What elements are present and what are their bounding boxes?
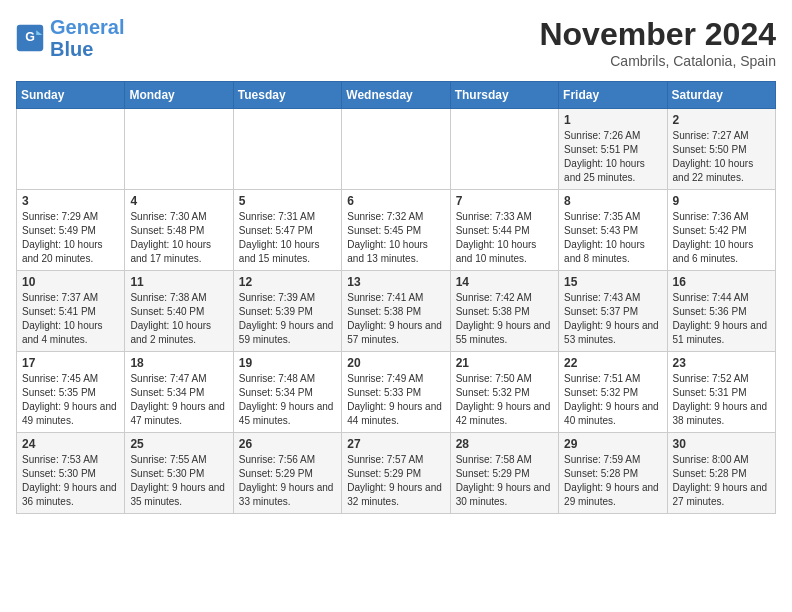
calendar-day-cell: 7Sunrise: 7:33 AM Sunset: 5:44 PM Daylig… [450,190,558,271]
day-number: 22 [564,356,661,370]
title-block: November 2024 Cambrils, Catalonia, Spain [539,16,776,69]
day-info: Sunrise: 7:59 AM Sunset: 5:28 PM Dayligh… [564,453,661,509]
calendar-day-cell: 29Sunrise: 7:59 AM Sunset: 5:28 PM Dayli… [559,433,667,514]
day-number: 26 [239,437,336,451]
logo: G General Blue [16,16,124,60]
day-info: Sunrise: 7:41 AM Sunset: 5:38 PM Dayligh… [347,291,444,347]
day-number: 18 [130,356,227,370]
day-number: 11 [130,275,227,289]
day-number: 20 [347,356,444,370]
day-number: 13 [347,275,444,289]
calendar-day-cell: 19Sunrise: 7:48 AM Sunset: 5:34 PM Dayli… [233,352,341,433]
day-of-week-header: Wednesday [342,82,450,109]
calendar-day-cell: 27Sunrise: 7:57 AM Sunset: 5:29 PM Dayli… [342,433,450,514]
calendar-day-cell: 18Sunrise: 7:47 AM Sunset: 5:34 PM Dayli… [125,352,233,433]
day-number: 14 [456,275,553,289]
calendar-day-cell: 23Sunrise: 7:52 AM Sunset: 5:31 PM Dayli… [667,352,775,433]
day-info: Sunrise: 7:53 AM Sunset: 5:30 PM Dayligh… [22,453,119,509]
day-number: 29 [564,437,661,451]
day-of-week-header: Sunday [17,82,125,109]
calendar-day-cell: 16Sunrise: 7:44 AM Sunset: 5:36 PM Dayli… [667,271,775,352]
day-number: 6 [347,194,444,208]
day-number: 27 [347,437,444,451]
location: Cambrils, Catalonia, Spain [539,53,776,69]
day-info: Sunrise: 7:37 AM Sunset: 5:41 PM Dayligh… [22,291,119,347]
calendar-week-row: 10Sunrise: 7:37 AM Sunset: 5:41 PM Dayli… [17,271,776,352]
calendar-table: SundayMondayTuesdayWednesdayThursdayFrid… [16,81,776,514]
calendar-day-cell [233,109,341,190]
day-info: Sunrise: 7:35 AM Sunset: 5:43 PM Dayligh… [564,210,661,266]
calendar-day-cell: 5Sunrise: 7:31 AM Sunset: 5:47 PM Daylig… [233,190,341,271]
logo-text: General Blue [50,16,124,60]
day-info: Sunrise: 7:58 AM Sunset: 5:29 PM Dayligh… [456,453,553,509]
calendar-day-cell: 4Sunrise: 7:30 AM Sunset: 5:48 PM Daylig… [125,190,233,271]
day-number: 16 [673,275,770,289]
day-info: Sunrise: 7:31 AM Sunset: 5:47 PM Dayligh… [239,210,336,266]
logo-icon: G [16,24,44,52]
month-title: November 2024 [539,16,776,53]
calendar-day-cell: 30Sunrise: 8:00 AM Sunset: 5:28 PM Dayli… [667,433,775,514]
day-number: 28 [456,437,553,451]
logo-line2: Blue [50,38,93,60]
calendar-body: 1Sunrise: 7:26 AM Sunset: 5:51 PM Daylig… [17,109,776,514]
logo-line1: General [50,16,124,38]
day-number: 23 [673,356,770,370]
day-info: Sunrise: 7:49 AM Sunset: 5:33 PM Dayligh… [347,372,444,428]
day-number: 2 [673,113,770,127]
calendar-week-row: 24Sunrise: 7:53 AM Sunset: 5:30 PM Dayli… [17,433,776,514]
calendar-day-cell: 25Sunrise: 7:55 AM Sunset: 5:30 PM Dayli… [125,433,233,514]
day-number: 12 [239,275,336,289]
day-info: Sunrise: 7:56 AM Sunset: 5:29 PM Dayligh… [239,453,336,509]
day-info: Sunrise: 7:42 AM Sunset: 5:38 PM Dayligh… [456,291,553,347]
calendar-day-cell: 1Sunrise: 7:26 AM Sunset: 5:51 PM Daylig… [559,109,667,190]
calendar-day-cell [342,109,450,190]
calendar-day-cell: 26Sunrise: 7:56 AM Sunset: 5:29 PM Dayli… [233,433,341,514]
page-header: G General Blue November 2024 Cambrils, C… [16,16,776,69]
calendar-day-cell: 17Sunrise: 7:45 AM Sunset: 5:35 PM Dayli… [17,352,125,433]
day-info: Sunrise: 7:30 AM Sunset: 5:48 PM Dayligh… [130,210,227,266]
day-of-week-header: Tuesday [233,82,341,109]
calendar-day-cell: 8Sunrise: 7:35 AM Sunset: 5:43 PM Daylig… [559,190,667,271]
calendar-day-cell: 24Sunrise: 7:53 AM Sunset: 5:30 PM Dayli… [17,433,125,514]
day-number: 15 [564,275,661,289]
day-info: Sunrise: 7:33 AM Sunset: 5:44 PM Dayligh… [456,210,553,266]
calendar-week-row: 17Sunrise: 7:45 AM Sunset: 5:35 PM Dayli… [17,352,776,433]
calendar-day-cell: 10Sunrise: 7:37 AM Sunset: 5:41 PM Dayli… [17,271,125,352]
calendar-day-cell [450,109,558,190]
day-number: 8 [564,194,661,208]
day-info: Sunrise: 7:26 AM Sunset: 5:51 PM Dayligh… [564,129,661,185]
day-info: Sunrise: 7:43 AM Sunset: 5:37 PM Dayligh… [564,291,661,347]
calendar-day-cell: 14Sunrise: 7:42 AM Sunset: 5:38 PM Dayli… [450,271,558,352]
day-info: Sunrise: 7:39 AM Sunset: 5:39 PM Dayligh… [239,291,336,347]
day-number: 10 [22,275,119,289]
day-info: Sunrise: 7:36 AM Sunset: 5:42 PM Dayligh… [673,210,770,266]
day-info: Sunrise: 7:50 AM Sunset: 5:32 PM Dayligh… [456,372,553,428]
calendar-day-cell: 3Sunrise: 7:29 AM Sunset: 5:49 PM Daylig… [17,190,125,271]
day-info: Sunrise: 7:38 AM Sunset: 5:40 PM Dayligh… [130,291,227,347]
day-number: 30 [673,437,770,451]
day-info: Sunrise: 8:00 AM Sunset: 5:28 PM Dayligh… [673,453,770,509]
day-number: 24 [22,437,119,451]
day-info: Sunrise: 7:44 AM Sunset: 5:36 PM Dayligh… [673,291,770,347]
calendar-day-cell: 21Sunrise: 7:50 AM Sunset: 5:32 PM Dayli… [450,352,558,433]
day-number: 7 [456,194,553,208]
calendar-day-cell: 12Sunrise: 7:39 AM Sunset: 5:39 PM Dayli… [233,271,341,352]
calendar-day-cell: 9Sunrise: 7:36 AM Sunset: 5:42 PM Daylig… [667,190,775,271]
calendar-week-row: 3Sunrise: 7:29 AM Sunset: 5:49 PM Daylig… [17,190,776,271]
day-info: Sunrise: 7:55 AM Sunset: 5:30 PM Dayligh… [130,453,227,509]
day-info: Sunrise: 7:29 AM Sunset: 5:49 PM Dayligh… [22,210,119,266]
day-info: Sunrise: 7:45 AM Sunset: 5:35 PM Dayligh… [22,372,119,428]
calendar-day-cell: 13Sunrise: 7:41 AM Sunset: 5:38 PM Dayli… [342,271,450,352]
calendar-day-cell: 20Sunrise: 7:49 AM Sunset: 5:33 PM Dayli… [342,352,450,433]
day-info: Sunrise: 7:27 AM Sunset: 5:50 PM Dayligh… [673,129,770,185]
day-number: 19 [239,356,336,370]
calendar-day-cell: 6Sunrise: 7:32 AM Sunset: 5:45 PM Daylig… [342,190,450,271]
day-info: Sunrise: 7:52 AM Sunset: 5:31 PM Dayligh… [673,372,770,428]
day-of-week-header: Saturday [667,82,775,109]
calendar-day-cell [125,109,233,190]
calendar-day-cell: 2Sunrise: 7:27 AM Sunset: 5:50 PM Daylig… [667,109,775,190]
day-of-week-header: Thursday [450,82,558,109]
calendar-day-cell [17,109,125,190]
day-number: 25 [130,437,227,451]
day-number: 3 [22,194,119,208]
